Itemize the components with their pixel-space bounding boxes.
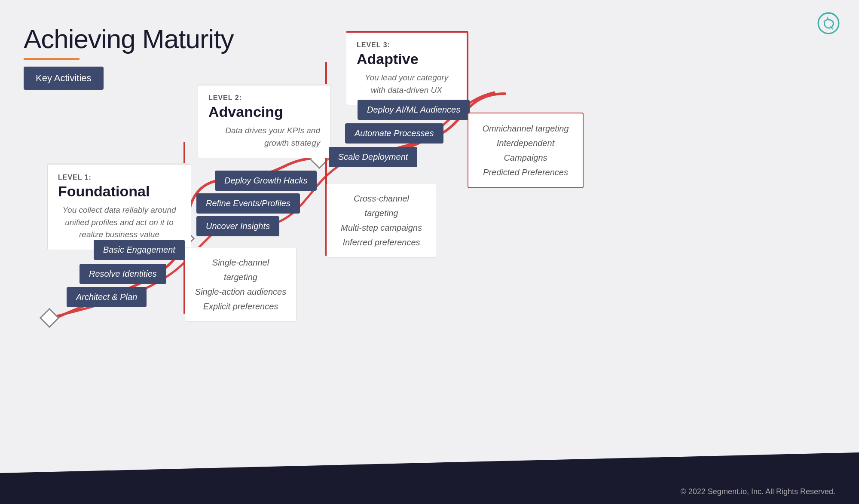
deploy-growth-tag: Deploy Growth Hacks xyxy=(215,171,317,191)
deploy-aiml-tag: Deploy AI/ML Audiences xyxy=(358,100,470,120)
resolve-identities-tag: Resolve Identities xyxy=(79,264,166,284)
foundational-desc-line2: Single-action audiences xyxy=(195,284,287,299)
level3-title: Adaptive xyxy=(357,51,456,67)
advancing-desc-line2: Multi-step campaigns xyxy=(336,220,426,235)
foundational-desc-box: Single-channel targeting Single-action a… xyxy=(185,247,297,322)
adaptive-desc-line3: Predicted Preferences xyxy=(478,165,573,180)
advancing-desc-line3: Inferred preferences xyxy=(336,235,426,250)
copyright: © 2022 Segment.io, Inc. All Rights Reser… xyxy=(681,487,835,496)
level2-description: Data drives your KPIs and growth strateg… xyxy=(208,125,320,149)
automate-processes-tag: Automate Processes xyxy=(345,123,443,144)
title-underline xyxy=(24,58,79,60)
advancing-desc-box: Cross-channel targeting Multi-step campa… xyxy=(327,183,436,258)
scale-deployment-tag: Scale Deployment xyxy=(329,147,417,167)
adaptive-desc-box: Omnichannel targeting Interdependent Cam… xyxy=(468,113,584,188)
level3-description: You lead your category with data-driven … xyxy=(357,72,456,96)
adaptive-desc-line1: Omnichannel targeting xyxy=(478,121,573,136)
page-title: Achieving Maturity xyxy=(24,24,234,54)
level1-box: LEVEL 1: Foundational You collect data r… xyxy=(47,163,191,250)
bottom-bar xyxy=(0,452,859,504)
level3-box: LEVEL 3: Adaptive You lead your category… xyxy=(346,31,468,105)
level2-label: LEVEL 2: xyxy=(208,94,320,102)
foundational-desc-line1: Single-channel targeting xyxy=(195,255,287,284)
refine-events-tag: Refine Events/Profiles xyxy=(196,193,300,214)
architect-plan-tag: Architect & Plan xyxy=(67,287,147,307)
svg-rect-0 xyxy=(40,309,58,327)
main-container: Achieving Maturity Key Activities LEVEL … xyxy=(0,0,859,504)
level2-box: LEVEL 2: Advancing Data drives your KPIs… xyxy=(198,84,331,158)
advancing-desc-line1: Cross-channel targeting xyxy=(336,191,426,220)
basic-engagement-tag: Basic Engagement xyxy=(94,240,185,260)
svg-point-4 xyxy=(818,13,839,34)
level1-label: LEVEL 1: xyxy=(58,174,180,181)
uncover-insights-tag: Uncover Insights xyxy=(196,216,279,236)
segment-logo xyxy=(817,12,840,34)
level2-title: Advancing xyxy=(208,104,320,120)
level1-description: You collect data reliably around unified… xyxy=(58,204,180,241)
adaptive-desc-line2: Interdependent Campaigns xyxy=(478,136,573,165)
foundational-desc-line3: Explicit preferences xyxy=(195,299,287,314)
level3-label: LEVEL 3: xyxy=(357,41,456,49)
key-activities-button[interactable]: Key Activities xyxy=(24,67,104,90)
level1-title: Foundational xyxy=(58,183,180,200)
